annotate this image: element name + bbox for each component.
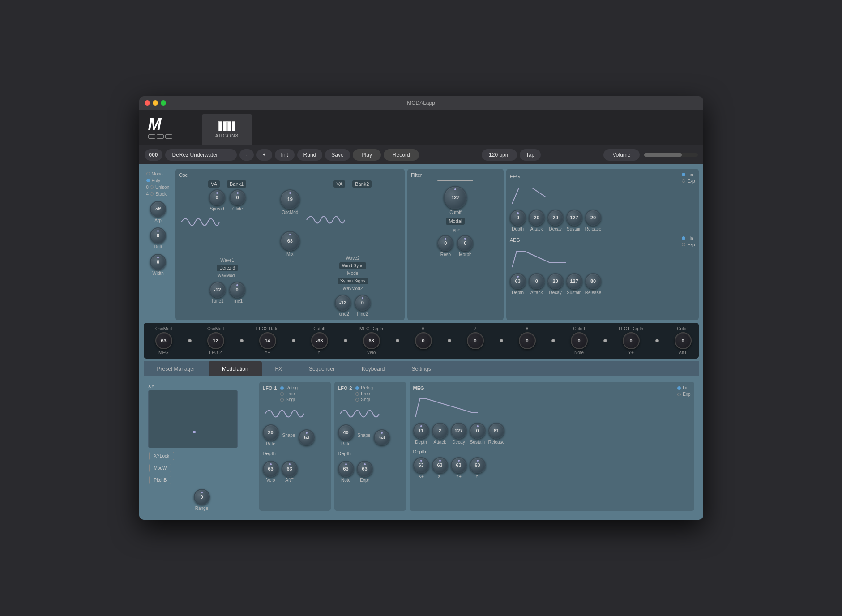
meg-yminus-control[interactable]: 63 <box>470 457 486 473</box>
lfo1-free[interactable]: Free <box>280 391 298 396</box>
mod-knob-7[interactable]: 0 <box>519 332 536 349</box>
width-control[interactable]: 0 <box>150 254 166 270</box>
glide-control[interactable]: 0 <box>230 189 246 205</box>
xylock-button[interactable]: XYLock <box>149 452 174 460</box>
lfo1-depth-header: Depth <box>263 449 327 457</box>
fine1-knob: 0 Fine1 <box>229 282 245 304</box>
oscmod-control[interactable]: 19 <box>280 189 300 209</box>
lfo2-rate-knob: 40 Rate <box>338 424 354 446</box>
meg-xplus-control[interactable]: 63 <box>413 457 429 473</box>
mono-option[interactable]: Mono <box>146 171 170 176</box>
morph-control[interactable]: 0 <box>457 235 473 251</box>
meg-xplus-knob: 63 X+ <box>413 457 429 479</box>
rand-button[interactable]: Rand <box>297 149 323 161</box>
tap-button[interactable]: Tap <box>520 149 541 161</box>
mod-knob-9[interactable]: 0 <box>623 332 640 349</box>
lfo2-panel: LFO-2 Retrig Free <box>334 382 406 511</box>
device-tab[interactable]: ARGON8 <box>202 114 252 145</box>
meg-decay-control[interactable]: 127 <box>451 423 467 439</box>
modw-button[interactable]: ModW <box>149 464 172 472</box>
feg-depth-control[interactable]: 0 <box>510 210 526 226</box>
poly-option[interactable]: Poly <box>146 178 170 183</box>
tune2-control[interactable]: -12 <box>335 295 351 311</box>
arp-control[interactable]: off <box>150 201 166 217</box>
lfo1-retrig[interactable]: Retrig <box>280 385 298 390</box>
mod-knob-0[interactable]: 63 <box>155 332 172 349</box>
filter-label: Filter <box>411 172 500 178</box>
meg-depth-section: Depth <box>413 447 691 455</box>
tab-settings[interactable]: Settings <box>398 361 444 376</box>
aeg-release-knob: 80 Release <box>585 273 602 295</box>
mod-knob-6[interactable]: 0 <box>467 332 484 349</box>
range-control[interactable]: 0 <box>194 489 210 505</box>
volume-slider[interactable] <box>644 153 698 157</box>
mod-knob-5[interactable]: 0 <box>415 332 432 349</box>
meg-yplus-control[interactable]: 63 <box>451 457 467 473</box>
feg-attack-control[interactable]: 20 <box>529 210 545 226</box>
meg-attack-control[interactable]: 2 <box>432 423 448 439</box>
meg-xminus-control[interactable]: 63 <box>432 457 448 473</box>
aeg-attack-control[interactable]: 0 <box>529 273 545 289</box>
lfo2-note-control[interactable]: 63 <box>338 461 354 477</box>
lfo2-sngl[interactable]: Sngl <box>355 397 373 402</box>
meg-release-control[interactable]: 61 <box>488 423 504 439</box>
lfo1-sngl[interactable]: Sngl <box>280 397 298 402</box>
lfo2-expr-control[interactable]: 63 <box>357 461 373 477</box>
mod-knob-10[interactable]: 0 <box>675 332 692 349</box>
lfo1-rate-control[interactable]: 20 <box>263 424 279 441</box>
save-button[interactable]: Save <box>325 149 350 161</box>
pitchb-button[interactable]: PitchB <box>149 476 172 484</box>
tab-keyboard[interactable]: Keyboard <box>348 361 398 376</box>
aeg-decay-control[interactable]: 20 <box>547 273 564 289</box>
mod-knob-4[interactable]: 63 <box>363 332 380 349</box>
mix-control[interactable]: 63 <box>280 231 300 251</box>
mod-knob-8[interactable]: 0 <box>571 332 588 349</box>
plus-button[interactable]: + <box>256 149 272 161</box>
minimize-button[interactable] <box>153 100 158 106</box>
meg-label: MEG <box>413 385 424 391</box>
mod-item-9: LFO1-Depth 0 Y+ <box>615 326 647 355</box>
lfo2-retrig[interactable]: Retrig <box>355 385 373 390</box>
feg-sustain-control[interactable]: 127 <box>566 210 582 226</box>
fine1-control[interactable]: 0 <box>229 282 245 298</box>
close-button[interactable] <box>145 100 150 106</box>
tune1-control[interactable]: -12 <box>209 282 226 298</box>
mod-knob-3[interactable]: -63 <box>311 332 328 349</box>
aeg-depth-control[interactable]: 63 <box>510 273 526 289</box>
lfo2-free[interactable]: Free <box>355 391 373 396</box>
tab-fx[interactable]: FX <box>262 361 295 376</box>
stack-option[interactable]: Stack <box>150 192 167 197</box>
cutoff-control[interactable]: 127 <box>444 186 467 209</box>
xy-display[interactable] <box>148 390 238 448</box>
aeg-release-control[interactable]: 80 <box>585 273 601 289</box>
osc-label: Osc <box>179 172 402 178</box>
minus-button[interactable]: - <box>239 149 254 161</box>
record-button[interactable]: Record <box>384 149 419 161</box>
tab-preset-manager[interactable]: Preset Manager <box>144 361 209 376</box>
unison-option[interactable]: Unison <box>150 185 169 190</box>
play-button[interactable]: Play <box>353 149 381 161</box>
feg-decay-control[interactable]: 20 <box>547 210 564 226</box>
meg-sustain-control[interactable]: 0 <box>470 423 486 439</box>
mod-item-7: 8 0 - <box>512 326 543 355</box>
aeg-sustain-knob: 127 Sustain <box>566 273 582 295</box>
mod-knob-1[interactable]: 12 <box>207 332 224 349</box>
lfo1-shape-control[interactable]: 63 <box>299 429 315 445</box>
tab-sequencer[interactable]: Sequencer <box>295 361 348 376</box>
init-button[interactable]: Init <box>275 149 295 161</box>
lfo2-shape-control[interactable]: 63 <box>374 429 390 445</box>
lfo1-velo-control[interactable]: 63 <box>263 461 279 477</box>
lfo2-rate-control[interactable]: 40 <box>338 424 354 441</box>
spread-control[interactable]: 0 <box>209 189 225 205</box>
lfo1-aftt-control[interactable]: 63 <box>282 461 298 477</box>
meg-depth-control[interactable]: 11 <box>413 423 429 439</box>
preset-number: 000 <box>145 149 162 161</box>
reso-control[interactable]: 0 <box>437 235 453 251</box>
mod-knob-2[interactable]: 14 <box>259 332 276 349</box>
fine2-control[interactable]: 0 <box>355 295 371 311</box>
drift-control[interactable]: 0 <box>150 227 166 244</box>
tab-modulation[interactable]: Modulation <box>209 361 262 376</box>
maximize-button[interactable] <box>161 100 166 106</box>
aeg-sustain-control[interactable]: 127 <box>566 273 582 289</box>
feg-release-control[interactable]: 20 <box>585 210 601 226</box>
